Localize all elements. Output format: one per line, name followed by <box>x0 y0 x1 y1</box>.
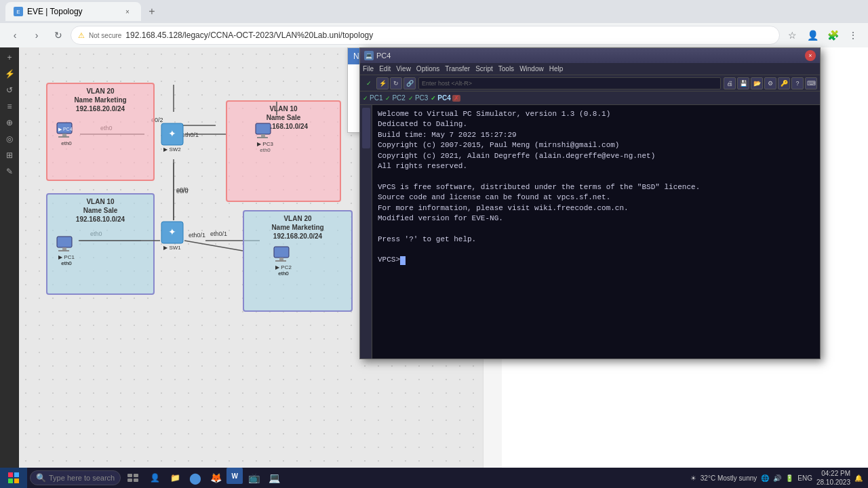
taskbar-chrome-icon[interactable]: ⬤ <box>186 468 205 488</box>
date-text: 28.10.2023 <box>816 478 850 487</box>
svg-text:▶ PC4: ▶ PC4 <box>58 127 73 131</box>
taskbar-word-icon[interactable]: W <box>226 468 243 484</box>
pc2-node[interactable]: ▶ PC2 eth0 <box>273 245 294 277</box>
sidebar-add-btn[interactable]: + <box>2 50 17 65</box>
sw2-label: ▶ SW2 <box>163 146 181 152</box>
sidebar-grid-btn[interactable]: ⊞ <box>2 148 17 163</box>
tb-lightning-btn[interactable]: ⚡ <box>376 77 389 89</box>
svg-line-32 <box>184 241 243 251</box>
search-bar[interactable]: 🔍 Type here to search <box>30 470 121 485</box>
vlan20-top-label: VLAN 20Name Marketing192.168.20.0/24 <box>47 84 153 115</box>
pc2-eth-label: eth0 <box>278 270 289 277</box>
tb-settings-btn[interactable]: ⚙ <box>764 77 776 89</box>
address-bar[interactable]: ⚠ Not secure 192.168.45.128/legacy/CCNA-… <box>71 26 780 45</box>
menu-file[interactable]: File <box>363 65 374 73</box>
sw2-node[interactable]: ✦ ▶ SW2 <box>160 122 184 152</box>
tb-print-btn[interactable]: 🖨 <box>724 77 736 89</box>
menu-script[interactable]: Script <box>475 65 493 73</box>
notifications-tray-icon[interactable]: 🔔 <box>854 474 863 482</box>
back-button[interactable]: ‹ <box>5 26 24 45</box>
tab-pc1[interactable]: ✓ PC1 <box>363 94 382 102</box>
sidebar-edit-btn[interactable]: ✎ <box>2 164 17 179</box>
tab-pc2-check: ✓ <box>385 95 391 102</box>
tb-open-btn[interactable]: 📂 <box>751 77 763 89</box>
tb-link-btn[interactable]: 🔗 <box>403 77 416 89</box>
tb-refresh-btn[interactable]: ↻ <box>390 77 402 89</box>
menu-options[interactable]: Options <box>416 65 439 73</box>
tb-key-btn[interactable]: 🔑 <box>778 77 790 89</box>
start-button[interactable] <box>0 468 27 488</box>
new-tab-button[interactable]: + <box>144 3 160 20</box>
tab-pc4-close[interactable]: ✗ <box>452 95 460 102</box>
network-icon[interactable]: 🌐 <box>761 474 769 482</box>
host-input[interactable]: Enter host <Alt-R> <box>418 77 721 89</box>
svg-text:✦: ✦ <box>168 128 176 139</box>
tab-title: EVE | Topology <box>27 7 83 16</box>
terminal-line-2: Dedicated to Daling. <box>378 119 814 129</box>
reload-button[interactable]: ↻ <box>49 26 68 45</box>
vlan10-bottom-label: VLAN 10Name Sale192.168.10.0/24 <box>47 195 153 226</box>
menu-button[interactable]: ⋮ <box>844 26 863 45</box>
sw1-icon: ✦ <box>160 220 184 245</box>
pc1-node[interactable]: ▶ PC1 eth0 <box>56 235 77 266</box>
url-text: 192.168.45.128/legacy/CCNA-OCT-2023/VLAN… <box>125 30 772 40</box>
tab-pc2[interactable]: ✓ PC2 <box>385 94 405 102</box>
terminal-line-7: VPCS is free software, distributed under… <box>378 182 814 192</box>
svg-rect-19 <box>261 134 265 137</box>
tb-checkmark-btn[interactable]: ✓ <box>363 77 375 89</box>
svg-rect-22 <box>62 247 66 250</box>
menu-help[interactable]: Help <box>549 65 564 73</box>
vlan10-bottom-box: VLAN 10Name Sale192.168.10.0/24 ▶ PC1 et… <box>46 193 155 295</box>
task-view-icon <box>127 474 138 482</box>
taskbar-app6-icon[interactable]: 📺 <box>244 468 263 488</box>
tab-pc4[interactable]: ✓ PC4 ✗ <box>431 94 460 102</box>
sidebar-menu-btn[interactable]: ≡ <box>2 99 17 114</box>
active-tab[interactable]: E EVE | Topology × <box>5 2 141 21</box>
bookmark-button[interactable]: ☆ <box>783 26 802 45</box>
pc2-label: ▶ PC2 <box>275 264 292 270</box>
taskbar: 🔍 Type here to search 👤 📁 ⬤ 🦊 W 📺 💻 ☀ 32… <box>0 468 868 488</box>
time-text: 04:22 PM <box>816 469 850 478</box>
task-view-button[interactable] <box>123 468 142 488</box>
taskbar-app7-icon[interactable]: 💻 <box>264 468 283 488</box>
terminal-close-btn[interactable]: × <box>805 50 816 61</box>
sidebar-refresh-btn[interactable]: ↺ <box>2 83 17 98</box>
menu-transfer[interactable]: Transfer <box>445 65 470 73</box>
terminal-prompt-line[interactable]: VPCS> <box>378 255 814 265</box>
svg-rect-42 <box>127 479 132 482</box>
pc4-label: eth0 <box>61 140 72 146</box>
menu-view[interactable]: View <box>396 65 411 73</box>
vlan20-bottom-box: VLAN 20Name Marketing192.168.20.0/24 ▶ P… <box>243 210 353 312</box>
sidebar-lightning-btn[interactable]: ⚡ <box>2 66 17 81</box>
extensions-button[interactable]: 🧩 <box>823 26 842 45</box>
sidebar-circle-btn[interactable]: ◎ <box>2 131 17 146</box>
menu-tools[interactable]: Tools <box>498 65 514 73</box>
pc4-icon: ▶ PC4 <box>56 121 77 140</box>
pc4-node[interactable]: ▶ PC4 eth0 <box>56 121 77 146</box>
pc3-node[interactable]: ▶ PC3 eth0 <box>254 122 276 153</box>
pc3-eth-label: eth0 <box>260 147 271 153</box>
taskbar-files-icon[interactable]: 📁 <box>165 468 184 488</box>
tab-pc3[interactable]: ✓ PC3 <box>408 94 428 102</box>
taskbar-person-icon[interactable]: 👤 <box>145 468 164 488</box>
terminal-title-bar: 💻 PC4 × <box>360 48 820 63</box>
sidebar-add2-btn[interactable]: ⊕ <box>2 115 17 130</box>
terminal-body[interactable]: Welcome to Virtual PC Simulator, version… <box>372 105 820 359</box>
svg-text:✦: ✦ <box>168 226 176 237</box>
menu-edit[interactable]: Edit <box>379 65 391 73</box>
svg-rect-36 <box>8 472 13 477</box>
profile-button[interactable]: 👤 <box>803 26 822 45</box>
terminal-cursor <box>400 256 406 265</box>
sw1-node[interactable]: ✦ ▶ SW1 <box>160 220 184 251</box>
svg-rect-13 <box>62 134 66 136</box>
forward-button[interactable]: › <box>27 26 46 45</box>
tab-close-button[interactable]: × <box>122 6 133 17</box>
taskbar-app4-icon[interactable]: 🦊 <box>206 468 225 488</box>
tb-question-btn[interactable]: ? <box>791 77 804 89</box>
volume-icon[interactable]: 🔊 <box>773 474 781 482</box>
pc3-icon <box>254 122 276 141</box>
tb-save-btn[interactable]: 💾 <box>737 77 749 89</box>
battery-icon[interactable]: 🔋 <box>785 474 793 482</box>
tb-keyboard-btn[interactable]: ⌨ <box>805 77 817 89</box>
menu-window[interactable]: Window <box>519 65 544 73</box>
